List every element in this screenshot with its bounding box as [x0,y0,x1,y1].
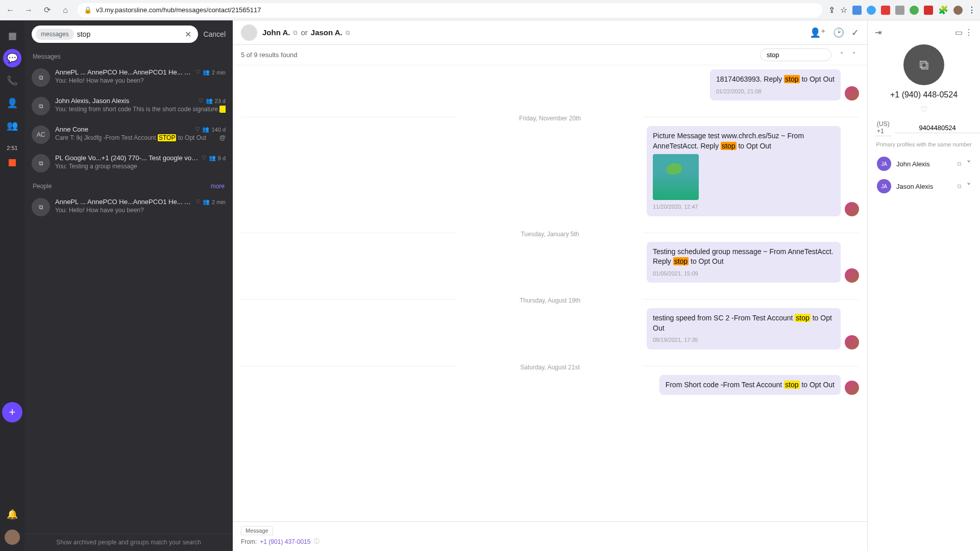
reload-button[interactable]: ⟳ [41,4,53,16]
find-prev-icon[interactable]: ˄ [837,50,847,60]
extensions-menu-icon[interactable]: 🧩 [938,5,948,15]
list-item[interactable]: ⧉PL Google Vo...+1 (240) 770-... Test go… [24,149,233,178]
date-separator: Tuesday, January 5th [241,223,859,242]
extension-icon[interactable] [852,6,862,15]
list-item[interactable]: ACAnne Cone♡ 👥 140 dCare T: lkj Jksdfg -… [24,120,233,149]
list-avatar: AC [32,126,50,144]
from-number[interactable]: +1 (901) 437-0015 [260,538,310,545]
info-icon[interactable]: ⓘ [313,537,320,546]
search-box[interactable]: messages ✕ [32,26,198,43]
lock-icon: 🔒 [84,6,92,14]
search-input[interactable] [77,30,180,38]
cancel-search[interactable]: Cancel [203,30,226,38]
profile-avatar: JA [877,157,891,171]
browser-actions: ⇪ ☆ 🧩 ⋮ [828,5,976,15]
messages-scroll[interactable]: 18174063993. Reply stop to Opt Out01/22/… [233,65,867,521]
list-avatar: ⧉ [32,198,50,216]
rail-time: 2:51 [7,145,17,151]
history-icon[interactable]: 🕑 [833,27,844,38]
link-icon: ⧉ [957,160,962,167]
extension-icon[interactable] [881,6,890,15]
rail-dashboard[interactable]: ▦ [3,27,21,45]
back-button[interactable]: ← [4,4,16,16]
find-count: 5 of 9 results found [241,51,755,59]
collapse-panel-icon[interactable]: ⇥ [875,28,881,37]
extension-icon[interactable] [895,6,904,15]
compose-area: Message From: +1 (901) 437-0015 ⓘ [233,521,867,551]
chevron-down-icon[interactable]: ˅ [967,159,971,169]
profile-item[interactable]: JAJohn Alexis⧉˅ [875,153,973,175]
find-bar: 5 of 9 results found ˄ ˅ [233,45,867,65]
mark-done-icon[interactable]: ✓ [851,27,859,38]
home-button[interactable]: ⌂ [59,4,71,16]
rail-indicator [9,159,16,166]
share-icon[interactable]: ⇪ [828,5,835,15]
contact-phone: +1 (940) 448-0524 [890,90,958,99]
extension-icon[interactable] [924,6,933,15]
compose-fab[interactable]: + [2,402,22,422]
message-time: 01/22/2020, 21:08 [716,88,835,95]
sender-avatar [845,335,859,349]
section-messages-header: Messages [24,48,233,63]
contact-avatar: ⧉ [903,44,944,85]
profile-avatar[interactable] [953,6,963,15]
list-item[interactable]: ⧉AnnePL ... AnnePCO He...AnnePCO1 He... … [24,63,233,92]
extension-icon[interactable] [910,6,919,15]
search-filter-chip[interactable]: messages [36,29,74,40]
message-bubble[interactable]: Picture Message test www.chrch.es/5uz ~ … [647,126,841,216]
sender-avatar [845,268,859,283]
thread-avatar [241,24,257,41]
panel-menu-icon[interactable]: ⋮ [965,28,973,37]
url-bar[interactable]: 🔒 v3.my.pastorsline.com/hub/messages/con… [78,3,822,17]
profile-item[interactable]: JAJason Alexis⧉˅ [875,175,973,197]
section-people-header: People more [24,178,233,193]
message-image[interactable] [653,154,699,200]
rail-groups[interactable]: 👥 [3,116,21,135]
message-bubble[interactable]: testing speed from SC 2 -From Test Accou… [647,308,841,349]
list-avatar: ⧉ [32,154,50,172]
rail-people[interactable]: 👤 [3,94,21,112]
find-input[interactable] [760,48,831,61]
message-row: testing speed from SC 2 -From Test Accou… [241,308,859,349]
message-time: 11/20/2020, 12:47 [653,203,835,211]
date-separator: Saturday, August 21st [241,357,859,375]
people-more-link[interactable]: more [211,183,225,190]
details-panel: ⇥ ▭ ⋮ ⧉ +1 (940) 448-0524 ♡ (US) +1 🔍 📞 … [868,20,980,551]
sender-avatar [845,86,859,101]
profile-avatar: JA [877,179,891,193]
link-icon: ⧉ [957,183,962,190]
bookmark-icon[interactable]: ☆ [840,5,847,15]
favorite-icon[interactable]: ♡ [920,105,927,114]
add-person-icon[interactable]: 👤⁺ [810,27,826,38]
card-icon[interactable]: ▭ [955,28,963,37]
phone-input[interactable] [895,123,980,133]
message-bubble[interactable]: Testing scheduled group message ~ From A… [647,242,841,283]
rail-messages[interactable]: 💬 [3,49,21,67]
list-item[interactable]: ⧉John Alexis, Jason Alexis♡ 👥 23 dYou: t… [24,92,233,120]
message-bubble[interactable]: 18174063993. Reply stop to Opt Out01/22/… [710,69,841,101]
message-row: Picture Message test www.chrch.es/5uz ~ … [241,126,859,216]
compose-tab-message[interactable]: Message [241,526,273,535]
sidebar-footer[interactable]: Show archived people and groups match yo… [24,533,233,551]
clear-search-icon[interactable]: ✕ [183,29,193,39]
thread: John A. ⧉ or Jason A. ⧉ 👤⁺ 🕑 ✓ 5 of 9 re… [233,20,868,551]
browser-menu-icon[interactable]: ⋮ [968,5,976,15]
list-avatar: ⧉ [32,68,50,87]
forward-button[interactable]: → [22,4,35,16]
date-separator: Friday, November 20th [241,108,859,126]
rail-calls[interactable]: 📞 [3,71,21,90]
copy-icon[interactable]: ⧉ [346,29,350,36]
message-time: 01/05/2021, 15:09 [653,270,835,278]
rail-user-avatar[interactable] [5,530,20,545]
thread-title: John A. ⧉ or Jason A. ⧉ [262,28,804,37]
chevron-down-icon[interactable]: ˅ [967,182,971,191]
extension-icon[interactable] [867,6,876,15]
message-bubble[interactable]: From Short code -From Test Account stop … [659,375,841,395]
thread-header: John A. ⧉ or Jason A. ⧉ 👤⁺ 🕑 ✓ [233,20,867,45]
copy-icon[interactable]: ⧉ [293,29,298,36]
find-next-icon[interactable]: ˅ [849,50,859,60]
browser-chrome: ← → ⟳ ⌂ 🔒 v3.my.pastorsline.com/hub/mess… [0,0,980,20]
list-item[interactable]: ⧉AnnePL ... AnnePCO He...AnnePCO1 He... … [24,193,233,221]
rail-notifications[interactable]: 🔔 [3,505,21,523]
country-prefix[interactable]: (US) +1 [875,119,892,136]
